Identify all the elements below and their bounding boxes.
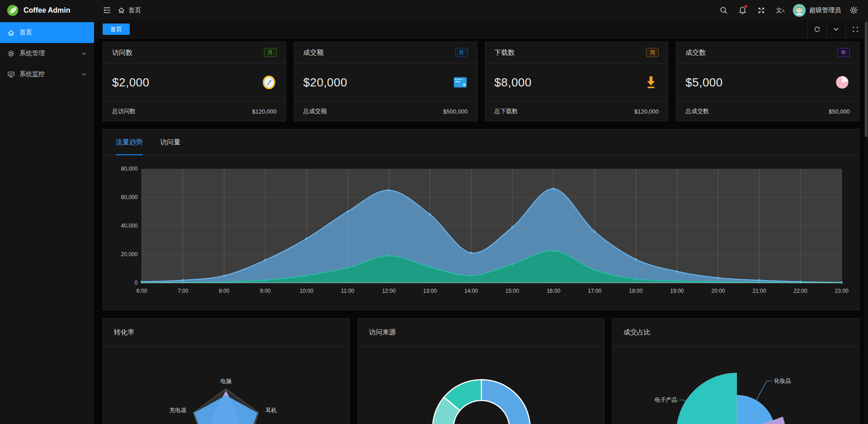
notifications-button[interactable]: [736, 4, 749, 17]
visit-source-card: 访问来源: [358, 318, 605, 424]
menu-fold-button[interactable]: [100, 4, 113, 17]
chevron-down-icon: [81, 71, 87, 77]
svg-text:80,000: 80,000: [121, 166, 138, 172]
username: 超级管理员: [809, 6, 841, 14]
svg-text:19:00: 19:00: [670, 288, 684, 294]
breadcrumb[interactable]: 首页: [118, 6, 141, 14]
svg-text:6:00: 6:00: [137, 288, 147, 294]
monitor-icon: [7, 71, 15, 78]
home-icon: [7, 29, 15, 37]
refresh-icon: [813, 25, 821, 33]
card-title: 转化率: [114, 328, 134, 337]
stat-footer-label: 总成交数: [685, 107, 709, 115]
stat-card-deals: 成交数 年 $5,000 总成交数 $50,: [676, 42, 859, 121]
stat-footer-label: 总访问数: [112, 107, 136, 115]
conversion-rate-card: 转化率 电脑耳机充电器: [103, 318, 350, 424]
stat-cards-row: 访问数 月 $2,000 总访问数 $120: [103, 42, 859, 121]
deal-share-pie-chart: 电子产品化妆品: [613, 347, 859, 424]
stat-value: $5,000: [685, 76, 723, 90]
stat-footer-label: 总下载数: [495, 107, 518, 115]
stat-value: $20,000: [303, 76, 347, 90]
logo-text: Coffee Admin: [24, 6, 70, 14]
notification-dot: [745, 5, 747, 8]
stat-card-title: 成交额: [303, 48, 324, 57]
maximize-button[interactable]: [845, 20, 864, 38]
tab-traffic-trend[interactable]: 流量趋势: [116, 129, 143, 155]
svg-text:电脑: 电脑: [220, 378, 231, 385]
stat-footer-value: $500,000: [443, 108, 467, 115]
svg-text:9:00: 9:00: [260, 288, 271, 294]
pie-chart-icon: [835, 75, 850, 90]
stat-card-title: 成交数: [685, 48, 706, 57]
search-button[interactable]: [717, 4, 730, 17]
page-scrollbar: [864, 20, 868, 424]
svg-text:化妆品: 化妆品: [774, 378, 791, 384]
refresh-button[interactable]: [807, 20, 826, 38]
maximize-icon: [852, 26, 859, 33]
download-icon: [643, 75, 659, 90]
deal-share-card: 成交占比 电子产品化妆品: [612, 318, 859, 424]
sidebar-menu: 首页 系统管理: [0, 22, 94, 85]
tab-controls: [807, 20, 864, 38]
leaf-logo-icon: [6, 4, 19, 17]
page-content: 访问数 月 $2,000 总访问数 $120: [94, 38, 868, 424]
sidebar-item-label: 系统监控: [19, 70, 45, 78]
svg-text:20:00: 20:00: [711, 288, 725, 294]
sidebar-item-system-monitor[interactable]: 系统监控: [0, 64, 94, 85]
main-area: 首页: [94, 0, 868, 424]
sidebar-item-label: 首页: [19, 29, 32, 37]
user-menu[interactable]: 超级管理员: [793, 4, 841, 17]
svg-text:40,000: 40,000: [121, 223, 138, 229]
svg-text:10:00: 10:00: [300, 288, 314, 294]
svg-text:23:00: 23:00: [835, 288, 849, 294]
avatar: [793, 4, 806, 17]
stat-footer-value: $120,000: [252, 108, 277, 115]
topbar: 首页: [94, 0, 868, 20]
tab-home[interactable]: 首页: [103, 24, 130, 35]
home-icon: [118, 6, 125, 14]
svg-text:16:00: 16:00: [547, 288, 561, 294]
svg-text:7:00: 7:00: [178, 288, 189, 294]
svg-text:17:00: 17:00: [588, 288, 602, 294]
svg-text:18:00: 18:00: [629, 288, 643, 294]
svg-text:充电器: 充电器: [170, 407, 187, 414]
period-badge: 年: [837, 48, 850, 57]
sidebar-item-system-management[interactable]: 系统管理: [0, 43, 94, 64]
stat-card-visits: 访问数 月 $2,000 总访问数 $120: [103, 42, 286, 121]
traffic-area-chart: 020,00040,00060,00080,0006:007:008:009:0…: [103, 155, 859, 309]
card-title: 访问来源: [369, 328, 396, 337]
svg-text:15:00: 15:00: [505, 288, 519, 294]
sidebar-item-home[interactable]: 首页: [0, 22, 94, 43]
visit-source-donut-chart: [358, 347, 604, 424]
card-title: 成交占比: [623, 328, 651, 337]
svg-text:12:00: 12:00: [382, 288, 396, 294]
stat-footer-value: $50,000: [829, 108, 850, 115]
translate-icon: 文A: [776, 6, 784, 14]
settings-gear-icon: [849, 6, 858, 14]
app-root: Coffee Admin 首页 系统管理: [0, 0, 868, 424]
translate-button[interactable]: 文A: [774, 4, 787, 17]
sidebar: Coffee Admin 首页 系统管理: [0, 0, 94, 424]
svg-text:60,000: 60,000: [121, 194, 138, 200]
stat-card-title: 下载数: [495, 48, 515, 57]
svg-text:13:00: 13:00: [423, 288, 437, 294]
scrollbar-thumb[interactable]: [865, 22, 868, 137]
period-badge: 月: [455, 48, 468, 57]
logo[interactable]: Coffee Admin: [0, 0, 94, 20]
period-badge: 月: [264, 48, 277, 57]
svg-text:14:00: 14:00: [464, 288, 478, 294]
stat-footer-label: 总成交额: [303, 107, 327, 115]
tab-visit-volume[interactable]: 访问量: [160, 129, 180, 155]
menu-fold-icon: [103, 6, 111, 14]
traffic-trend-card: 流量趋势 访问量 020,00040,00060,00080,0006:007:…: [103, 129, 859, 310]
stat-card-title: 访问数: [112, 48, 132, 57]
settings-button[interactable]: [847, 4, 860, 17]
stat-card-sales-amount: 成交额 月 $20,000: [294, 42, 477, 121]
tabs-dropdown-button[interactable]: [826, 20, 845, 38]
svg-text:21:00: 21:00: [752, 288, 766, 294]
credit-card-icon: [453, 75, 468, 90]
gear-icon: [7, 50, 15, 57]
fullscreen-button[interactable]: [755, 4, 768, 17]
sidebar-item-label: 系统管理: [19, 49, 45, 57]
svg-text:8:00: 8:00: [219, 288, 230, 294]
